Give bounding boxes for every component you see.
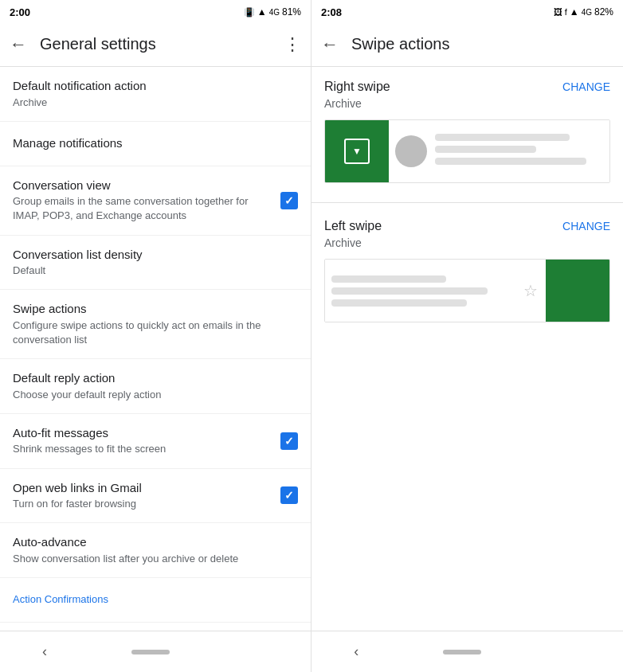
photo-icon: 🖼 xyxy=(554,7,562,17)
settings-list: Default notification action Archive Mana… xyxy=(0,67,311,631)
setting-sublabel: Group emails in the same conversation to… xyxy=(13,194,274,223)
avatar-right xyxy=(395,135,427,167)
setting-label: Open web links in Gmail xyxy=(13,480,274,496)
back-button-left[interactable]: ← xyxy=(10,34,27,55)
email-preview-right xyxy=(389,120,609,182)
email-lines-right xyxy=(435,134,603,170)
left-swipe-title: Left swipe xyxy=(324,219,382,233)
battery-right: 82% xyxy=(594,6,613,18)
setting-sublabel: Configure swipe actions to quickly act o… xyxy=(13,318,298,347)
setting-sublabel: Archive xyxy=(13,96,298,110)
left-swipe-section: Left swipe CHANGE Archive ☆ xyxy=(312,206,623,342)
setting-default-reply[interactable]: Default reply action Choose your default… xyxy=(0,359,311,414)
battery-left: 81% xyxy=(282,6,301,18)
left-swipe-green-action xyxy=(546,260,609,322)
status-icons-right: 🖼 f ▲ 4G 82% xyxy=(554,6,613,18)
toolbar-right: ← Swipe actions xyxy=(312,22,623,67)
setting-sublabel: Default xyxy=(13,264,298,278)
page-title-left: General settings xyxy=(40,35,284,53)
setting-swipe-actions[interactable]: Swipe actions Configure swipe actions to… xyxy=(0,290,311,359)
archive-icon-right xyxy=(344,139,370,164)
email-lines-left xyxy=(331,275,539,307)
bottom-nav-left: ‹ xyxy=(0,631,311,672)
right-swipe-change-button[interactable]: CHANGE xyxy=(562,80,610,93)
left-swipe-header: Left swipe CHANGE xyxy=(324,219,610,233)
setting-default-notification[interactable]: Default notification action Archive xyxy=(0,67,311,122)
left-email-line-3 xyxy=(331,299,467,307)
left-swipe-sublabel: Archive xyxy=(324,236,610,249)
status-icons-left: 📳 ▲ 4G 81% xyxy=(244,6,301,18)
signal-icon: 4G xyxy=(269,8,280,17)
right-swipe-section: Right swipe CHANGE Archive xyxy=(312,67,623,202)
setting-label: Conversation view xyxy=(13,178,274,193)
star-icon: ☆ xyxy=(523,281,538,300)
auto-fit-checkbox[interactable] xyxy=(280,432,298,450)
time-left: 2:00 xyxy=(10,6,30,18)
setting-sublabel: Turn on for faster browsing xyxy=(13,497,274,511)
setting-sublabel: Show conversation list after you archive… xyxy=(13,552,298,566)
right-swipe-demo-card xyxy=(324,119,610,183)
status-bar-right: 2:08 🖼 f ▲ 4G 82% xyxy=(312,0,623,22)
action-confirmations-header: Action Confirmations xyxy=(0,578,311,623)
setting-label: Manage notifications xyxy=(13,135,298,151)
email-line-1 xyxy=(435,134,570,141)
section-header-label: Action Confirmations xyxy=(13,593,298,607)
back-button-right[interactable]: ← xyxy=(321,34,339,55)
left-email-line-2 xyxy=(331,287,488,295)
setting-label: Default notification action xyxy=(13,78,298,94)
facebook-icon: f xyxy=(565,7,567,17)
setting-label: Default reply action xyxy=(13,370,298,386)
wifi-icon-right: ▲ xyxy=(570,6,579,18)
setting-label: Swipe actions xyxy=(13,301,298,317)
setting-label: Conversation list density xyxy=(13,247,298,263)
setting-sublabel: Choose your default reply action xyxy=(13,388,298,402)
setting-auto-fit[interactable]: Auto-fit messages Shrink messages to fit… xyxy=(0,414,311,469)
setting-conversation-view[interactable]: Conversation view Group emails in the sa… xyxy=(0,166,311,236)
setting-label: Auto-advance xyxy=(13,534,298,550)
status-bar-left: 2:00 📳 ▲ 4G 81% xyxy=(0,0,311,22)
time-right: 2:08 xyxy=(321,6,342,18)
right-swipe-header: Right swipe CHANGE xyxy=(324,80,610,94)
setting-confirm-delete[interactable]: Confirm before deleting xyxy=(0,623,311,631)
email-line-2 xyxy=(435,146,536,153)
right-swipe-title: Right swipe xyxy=(324,80,390,94)
more-menu-button[interactable]: ⋮ xyxy=(284,34,301,55)
setting-open-links[interactable]: Open web links in Gmail Turn on for fast… xyxy=(0,469,311,524)
swipe-content: Right swipe CHANGE Archive xyxy=(312,67,623,631)
email-line-3 xyxy=(435,158,586,165)
conversation-view-checkbox[interactable] xyxy=(280,192,298,209)
section-divider xyxy=(312,202,623,203)
toolbar-left: ← General settings ⋮ xyxy=(0,22,311,67)
nav-back-left[interactable]: ‹ xyxy=(42,643,47,660)
left-panel: 2:00 📳 ▲ 4G 81% ← General settings ⋮ Def… xyxy=(0,0,312,672)
setting-manage-notifications[interactable]: Manage notifications xyxy=(0,122,311,166)
wifi-icon: ▲ xyxy=(257,6,267,18)
nav-home-pill-left[interactable] xyxy=(131,650,170,654)
open-links-checkbox[interactable] xyxy=(280,486,298,504)
left-swipe-demo-card: ☆ xyxy=(324,259,610,322)
left-swipe-change-button[interactable]: CHANGE xyxy=(562,220,610,232)
left-email-line-1 xyxy=(331,275,446,283)
setting-auto-advance[interactable]: Auto-advance Show conversation list afte… xyxy=(0,523,311,578)
right-swipe-sublabel: Archive xyxy=(324,97,610,110)
setting-label: Auto-fit messages xyxy=(13,425,274,441)
bottom-nav-right: ‹ xyxy=(312,631,623,672)
right-panel: 2:08 🖼 f ▲ 4G 82% ← Swipe actions Right … xyxy=(312,0,623,672)
signal-icon-right: 4G xyxy=(582,8,592,17)
setting-sublabel: Shrink messages to fit the screen xyxy=(13,442,274,456)
vibrate-icon: 📳 xyxy=(244,7,255,18)
right-swipe-green-action xyxy=(325,120,389,182)
email-preview-left: ☆ xyxy=(325,260,546,322)
setting-conversation-density[interactable]: Conversation list density Default xyxy=(0,236,311,291)
page-title-right: Swipe actions xyxy=(351,35,613,53)
nav-back-right[interactable]: ‹ xyxy=(354,643,359,660)
nav-home-pill-right[interactable] xyxy=(443,650,481,654)
